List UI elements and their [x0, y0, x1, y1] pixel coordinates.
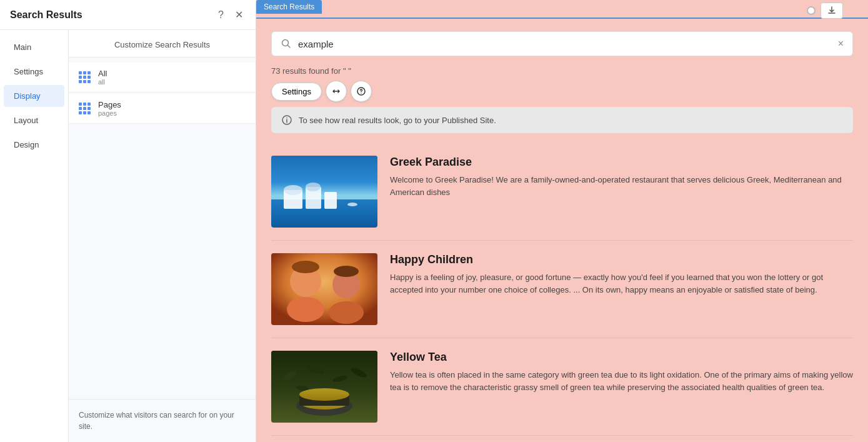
result-desc-greek-paradise: Welcome to Greek Paradise! We are a fami…: [390, 174, 853, 198]
search-clear-button[interactable]: ×: [838, 38, 844, 49]
svg-point-17: [334, 266, 359, 277]
customize-item-all[interactable]: All all: [69, 63, 256, 93]
svg-point-10: [284, 185, 302, 195]
resize-icon-button[interactable]: [326, 81, 347, 102]
top-tab-label: Search Results: [264, 3, 314, 11]
info-banner: To see how real results look, go to your…: [271, 107, 853, 133]
question-mark-icon: [356, 86, 366, 96]
settings-button[interactable]: Settings: [271, 83, 322, 101]
search-section: example ×: [256, 19, 868, 64]
right-content: Search Results example × 73 results foun…: [256, 0, 868, 442]
happy-children-thumbnail: [271, 253, 377, 325]
panel-body: Main Settings Display Layout Design Cust…: [0, 30, 256, 442]
info-banner-text: To see how real results look, go to your…: [299, 116, 496, 125]
result-card-greek-paradise: Greek Paradise Welcome to Greek Paradise…: [271, 143, 853, 241]
happy-children-scene-svg: [271, 253, 377, 325]
panel-title: Search Results: [10, 9, 82, 21]
top-bar-controls: [807, 3, 843, 19]
sidebar-item-main[interactable]: Main: [4, 36, 64, 58]
help-button[interactable]: ?: [216, 8, 226, 22]
yellow-tea-thumbnail: [271, 351, 377, 423]
svg-point-4: [286, 118, 287, 119]
result-text-greek-paradise: Greek Paradise Welcome to Greek Paradise…: [390, 156, 853, 198]
arrows-horizontal-icon: [331, 86, 341, 96]
sidebar-item-display[interactable]: Display: [4, 85, 64, 107]
sidebar-item-design[interactable]: Design: [4, 134, 64, 156]
result-card-yellow-tea: Yellow Tea Yellow tea is often placed in…: [271, 338, 853, 436]
panel-header: Search Results ? ✕: [0, 0, 256, 30]
customize-item-pages[interactable]: Pages pages: [69, 94, 256, 124]
nav-sidebar: Main Settings Display Layout Design: [0, 30, 69, 442]
customize-header-label: Customize Search Results: [114, 40, 210, 49]
item-sub-all: all: [98, 78, 107, 86]
customize-panel: Customize Search Results All all: [69, 30, 256, 442]
search-value[interactable]: example: [298, 39, 832, 49]
info-icon: [281, 114, 292, 126]
results-info: 73 results found for " ": [256, 64, 868, 81]
item-labels-all: All all: [98, 69, 107, 86]
svg-point-12: [347, 203, 357, 206]
left-panel: Search Results ? ✕ Main Settings Display…: [0, 0, 256, 442]
grid-icon-pages: [79, 103, 91, 114]
top-bar: Search Results: [256, 0, 868, 19]
help-circle-button[interactable]: [351, 81, 372, 102]
result-desc-happy-children: Happy is a feeling of joy, pleasure, or …: [390, 271, 853, 296]
close-button[interactable]: ✕: [232, 8, 246, 22]
item-name-all: All: [98, 69, 107, 78]
customize-items-list: All all Pages pages: [69, 58, 256, 399]
result-thumb-yellow-tea: [271, 351, 377, 423]
search-box[interactable]: example ×: [271, 31, 853, 56]
result-text-yellow-tea: Yellow Tea Yellow tea is often placed in…: [390, 351, 853, 393]
result-text-happy-children: Happy Children Happy is a feeling of joy…: [390, 253, 853, 296]
panel-header-actions: ? ✕: [216, 8, 246, 22]
greek-paradise-scene-svg: [271, 156, 377, 228]
settings-bar: Settings: [256, 81, 868, 107]
download-icon: [827, 6, 837, 16]
resize-handle[interactable]: [807, 6, 816, 15]
result-thumb-happy-children: [271, 253, 377, 325]
results-list: Greek Paradise Welcome to Greek Paradise…: [256, 143, 868, 436]
svg-point-2: [361, 93, 361, 93]
result-card-happy-children: Happy Children Happy is a feeling of joy…: [271, 241, 853, 338]
svg-point-18: [287, 297, 324, 322]
item-name-pages: Pages: [98, 100, 121, 109]
item-labels-pages: Pages pages: [98, 100, 121, 117]
item-sub-pages: pages: [98, 109, 121, 117]
download-button[interactable]: [821, 3, 843, 19]
search-icon: [281, 38, 292, 49]
svg-rect-9: [324, 192, 337, 209]
yellow-tea-scene-svg: [271, 351, 377, 423]
result-thumb-greek-paradise: [271, 156, 377, 228]
results-count: 73 results found for " ": [271, 66, 351, 76]
result-title-yellow-tea: Yellow Tea: [390, 351, 853, 364]
sidebar-item-settings[interactable]: Settings: [4, 61, 64, 83]
result-title-greek-paradise: Greek Paradise: [390, 156, 853, 169]
result-desc-yellow-tea: Yellow tea is often placed in the same c…: [390, 369, 853, 393]
customize-footer: Customize what visitors can search for o…: [69, 399, 256, 442]
svg-point-11: [306, 183, 321, 191]
svg-point-19: [329, 301, 364, 324]
customize-footer-text: Customize what visitors can search for o…: [79, 411, 234, 431]
sidebar-item-layout[interactable]: Layout: [4, 109, 64, 131]
svg-point-15: [292, 261, 319, 273]
grid-icon-all: [79, 71, 91, 83]
result-title-happy-children: Happy Children: [390, 253, 853, 266]
greek-paradise-thumbnail: [271, 156, 377, 228]
top-tab: Search Results: [256, 0, 322, 14]
customize-header: Customize Search Results: [69, 30, 256, 58]
svg-point-29: [299, 388, 349, 401]
